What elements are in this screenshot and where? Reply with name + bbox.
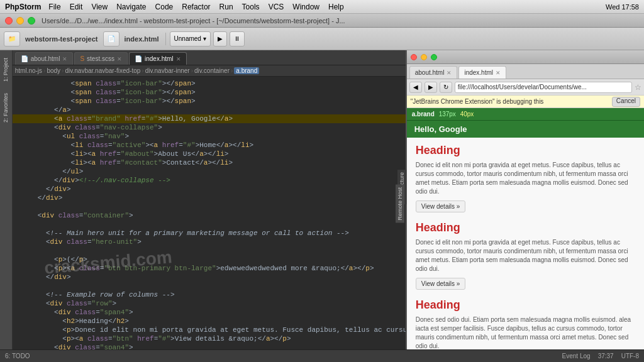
code-editor[interactable]: cracksmid.com <span class="icon-bar"></s… — [13, 77, 406, 349]
cancel-debug-button[interactable]: Cancel — [612, 97, 640, 107]
view-details-btn-2[interactable]: View details » — [416, 278, 466, 290]
menu-view[interactable]: View — [91, 3, 108, 11]
forward-button[interactable]: ▶ — [425, 82, 437, 93]
remote-host-tab[interactable]: Remote Host — [396, 185, 404, 223]
code-line: <span class="icon-bar"></span> — [13, 79, 406, 88]
content-text-2: Donec id elit non mi porta gravida at eg… — [416, 238, 635, 273]
menu-help[interactable]: Help — [328, 3, 344, 11]
menu-refactor[interactable]: Refactor — [182, 3, 210, 11]
code-line: <p><a class="btn" href="#">View details … — [13, 334, 406, 343]
tab-stest-scss[interactable]: S stest.scss ✕ — [74, 52, 128, 65]
todo-label[interactable]: 6: TODO — [5, 353, 30, 359]
debug-button[interactable]: ⏸ — [230, 31, 245, 47]
inspector-selector: a.brand 137px 40px — [412, 111, 474, 118]
close-tab-about[interactable]: ✕ — [62, 56, 67, 62]
code-line: <div class="hero-unit"> — [13, 238, 406, 246]
menubar-right: Wed 17:58 — [606, 3, 639, 11]
code-line: </div> — [13, 194, 406, 202]
menu-edit[interactable]: Edit — [70, 3, 83, 11]
close-tab-stest[interactable]: ✕ — [117, 56, 122, 62]
content-text-1: Donec id elit non mi porta gravida at eg… — [416, 161, 635, 196]
menu-code[interactable]: Code — [155, 3, 174, 11]
menu-bar: PhpStorm File Edit View Navigate Code Re… — [0, 0, 644, 14]
menu-run[interactable]: Run — [219, 3, 233, 11]
browser-tab-about[interactable]: about.html ✕ — [409, 66, 458, 79]
browser-toolbar: ◀ ▶ ↻ ☆ — [407, 79, 644, 96]
minimize-button[interactable] — [16, 17, 24, 25]
breadcrumb-inner[interactable]: div.navbar-inner — [145, 67, 190, 74]
project-name: webstorm-test-project — [25, 35, 98, 43]
code-line: <div class="nav-collapse"> — [13, 123, 406, 132]
file-icon[interactable]: 📄 — [103, 31, 119, 47]
tab-about-html[interactable]: 📄 about.html ✕ — [15, 52, 74, 65]
breadcrumb: html.no-js › body › div.navbar.navbar-fi… — [13, 65, 406, 77]
tab-index-html[interactable]: 📄 index.html ✕ — [129, 52, 187, 65]
code-line: <li><a href="#about">About Us</a></li> — [13, 150, 406, 158]
status-bar: 6: TODO Event Log 37:37 UTF-8 — [0, 349, 644, 362]
address-bar[interactable] — [455, 82, 632, 93]
menu-tools[interactable]: Tools — [242, 3, 260, 11]
browser-navbar: Hello, Google — [407, 121, 644, 138]
left-sidebar: 1: Project 2: Favorites — [0, 50, 13, 349]
breadcrumb-html[interactable]: html.no-js — [15, 67, 42, 74]
code-line: <ul class="nav"> — [13, 132, 406, 141]
code-line: <li class="active"><a href="#">Home</a><… — [13, 141, 406, 150]
maximize-button[interactable] — [28, 17, 35, 25]
code-line: <li><a href="#contact">Contact</a></li> — [13, 158, 406, 167]
close-tab-index[interactable]: ✕ — [176, 56, 181, 62]
code-line: </div><!--/.nav-collapse --> — [13, 176, 406, 185]
menu-window[interactable]: Window — [292, 3, 319, 11]
project-icon[interactable]: 📁 — [4, 31, 20, 47]
breadcrumb-container[interactable]: div.container — [194, 67, 230, 74]
browser-content[interactable]: Hello, Google Heading Donec id elit non … — [407, 121, 644, 349]
event-log[interactable]: Event Log — [562, 353, 591, 359]
heading-2: Heading — [416, 221, 635, 234]
inspector-bar: a.brand 137px 40px — [407, 108, 644, 121]
sidebar-item-project[interactable]: 1: Project — [1, 53, 10, 87]
encoding: UTF-8 — [621, 353, 639, 359]
browser-pane: Remote Host about.html ✕ index.html ✕ — [406, 50, 644, 349]
code-line-highlighted: <a class="brand" href="#">Hello, Google<… — [13, 114, 406, 123]
content-section-2: Heading Donec id elit non mi porta gravi… — [416, 221, 635, 290]
toolbar-separator — [165, 33, 166, 45]
breadcrumb-navbar[interactable]: div.navbar.navbar-fixed-top — [65, 67, 140, 74]
run-button[interactable]: ▶ — [213, 31, 227, 47]
window-controls — [5, 17, 35, 25]
close-browser-tab-index[interactable]: ✕ — [496, 70, 501, 76]
content-section-1: Heading Donec id elit non mi porta gravi… — [416, 144, 635, 212]
code-line: </div> — [13, 273, 406, 282]
file-name: index.html — [125, 35, 159, 43]
code-line: </a> — [13, 106, 406, 114]
menu-items: File Edit View Navigate Code Refactor Ru… — [48, 3, 343, 11]
code-line: </ul> — [13, 167, 406, 176]
browser-minimize[interactable] — [421, 54, 427, 60]
menu-vcs[interactable]: VCS — [269, 3, 284, 11]
refresh-button[interactable]: ↻ — [440, 82, 452, 93]
code-line: <span class="icon-bar"></span> — [13, 97, 406, 106]
browser-close[interactable] — [411, 54, 417, 60]
code-line: <div class="span4"> — [13, 308, 406, 317]
browser-maximize[interactable] — [431, 54, 437, 60]
breadcrumb-body[interactable]: body — [47, 67, 60, 74]
code-line: <p>Donec id elit non mi porta gravida at… — [13, 326, 406, 334]
view-details-btn-1[interactable]: View details » — [416, 200, 466, 212]
content-text-3: Donec sed odio dui. Etiam porta sem male… — [416, 315, 635, 349]
unnamed-selector[interactable]: Unnamed ▾ — [170, 31, 211, 47]
close-button[interactable] — [5, 17, 13, 25]
cursor-position: 37:37 — [598, 353, 614, 359]
code-line: <!-- Main hero unit for a primary market… — [13, 229, 406, 238]
browser-tab-index[interactable]: index.html ✕ — [458, 66, 506, 79]
breadcrumb-brand[interactable]: a.brand — [234, 67, 259, 74]
bookmark-icon[interactable]: ☆ — [635, 83, 641, 92]
title-bar: Users/de.../D.../we.../index.html - webs… — [0, 14, 644, 28]
back-button[interactable]: ◀ — [409, 82, 422, 93]
close-browser-tab-about[interactable]: ✕ — [447, 70, 452, 76]
code-line — [13, 282, 406, 290]
menu-navigate[interactable]: Navigate — [116, 3, 146, 11]
code-line — [13, 202, 406, 211]
window-title: Users/de.../D.../we.../index.html - webs… — [42, 17, 345, 25]
code-line: </div> — [13, 185, 406, 194]
code-line: <div class="span4"> — [13, 343, 406, 349]
menu-file[interactable]: File — [48, 3, 60, 11]
sidebar-item-favorites[interactable]: 2: Favorites — [1, 88, 10, 128]
